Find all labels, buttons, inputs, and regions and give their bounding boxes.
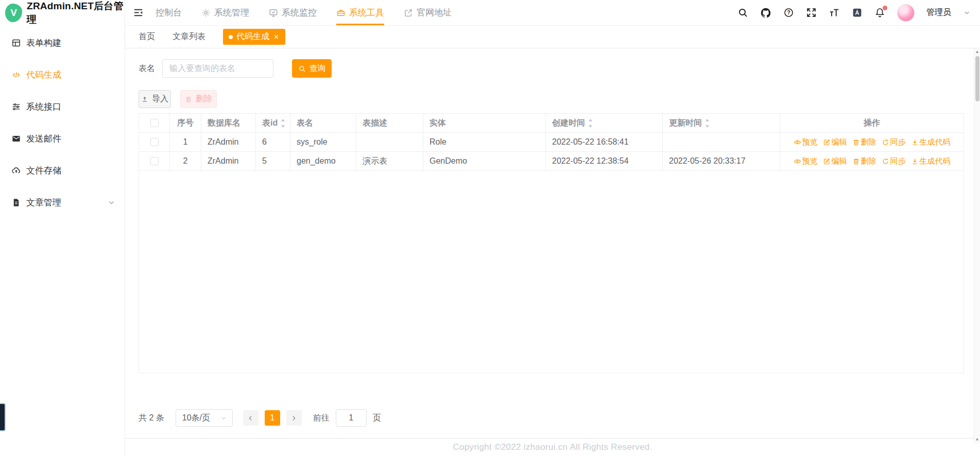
brand[interactable]: V ZRAdmin.NET后台管理 — [0, 0, 125, 26]
generate-code-link[interactable]: 生成代码 — [911, 156, 951, 166]
fullscreen-icon[interactable] — [806, 7, 817, 18]
tab-label: 文章列表 — [173, 31, 205, 42]
cell-entity: Role — [423, 133, 546, 151]
sidebar-item-article-management[interactable]: 文章管理 — [0, 186, 125, 218]
tab-article-list[interactable]: 文章列表 — [173, 31, 205, 42]
sidebar-item-form-builder[interactable]: 表单构建 — [0, 27, 125, 59]
menu-fold-icon[interactable] — [132, 7, 144, 19]
delete-link[interactable]: 删除 — [852, 137, 876, 147]
sort-icon[interactable] — [588, 118, 593, 128]
trash-icon — [852, 138, 860, 146]
chevron-down-icon — [220, 414, 227, 422]
next-page-button[interactable] — [286, 410, 302, 426]
sync-link[interactable]: 同步 — [882, 156, 906, 166]
sidebar-item-code-generation[interactable]: 代码生成 — [0, 59, 125, 91]
query-button[interactable]: 查询 — [292, 59, 332, 78]
nav-item-official-site[interactable]: 官网地址 — [404, 0, 452, 25]
row-checkbox[interactable] — [150, 138, 159, 146]
edit-link[interactable]: 编辑 — [823, 156, 847, 166]
sidebar-menu: 表单构建 代码生成 系统接口 发送邮件 文件存储 文章管理 — [0, 26, 125, 218]
scroll-up-arrow[interactable]: ▲ — [975, 48, 979, 56]
nav-item-console[interactable]: 控制台 — [156, 0, 182, 25]
tab-code-generation[interactable]: 代码生成 — [223, 29, 285, 45]
col-header-updated[interactable]: 更新时间 — [663, 114, 780, 132]
page-number-button[interactable]: 1 — [265, 410, 280, 426]
code-icon — [11, 70, 21, 80]
import-button[interactable]: 导入 — [139, 90, 171, 108]
delete-button[interactable]: 删除 — [180, 90, 217, 108]
cloud-upload-icon — [11, 166, 21, 176]
goto-page-input[interactable] — [336, 409, 367, 427]
cell-seq: 1 — [170, 133, 201, 151]
cell-table-id: 6 — [256, 133, 290, 151]
notifications-bell-icon[interactable] — [874, 7, 885, 18]
chevron-down-icon — [108, 199, 115, 206]
cell-created: 2022-05-22 12:38:54 — [546, 152, 663, 170]
sync-icon — [882, 138, 889, 146]
sidebar-item-file-storage[interactable]: 文件存储 — [0, 154, 125, 186]
avatar[interactable] — [897, 4, 915, 22]
page-size-value: 10条/页 — [182, 413, 210, 424]
navbar-tools: 管理员 — [737, 4, 971, 22]
copyright-text: Copyright ©2022 izhaorui.cn All Rights R… — [453, 442, 652, 452]
sidebar-scrollbar-thumb[interactable] — [0, 403, 6, 431]
cell-created: 2022-05-22 16:58:41 — [546, 133, 663, 151]
sort-icon[interactable] — [705, 118, 710, 128]
nav-item-label: 控制台 — [156, 7, 182, 19]
query-button-label: 查询 — [310, 63, 326, 74]
search-icon — [298, 65, 306, 73]
language-icon[interactable] — [852, 7, 863, 18]
upload-icon — [141, 96, 148, 103]
delete-link[interactable]: 删除 — [852, 156, 876, 166]
page-size-select[interactable]: 10条/页 — [176, 409, 233, 427]
row-checkbox[interactable] — [150, 157, 159, 165]
search-icon[interactable] — [737, 7, 748, 18]
nav-item-system-management[interactable]: 系统管理 — [201, 0, 249, 25]
cell-database: ZrAdmin — [201, 133, 256, 151]
prev-page-button[interactable] — [243, 410, 259, 426]
cell-database: ZrAdmin — [201, 152, 256, 170]
scrollbar-thumb[interactable] — [975, 56, 979, 101]
sliders-icon — [11, 102, 21, 112]
delete-button-label: 删除 — [196, 94, 212, 104]
help-icon[interactable] — [783, 7, 794, 18]
select-all-checkbox[interactable] — [150, 119, 159, 127]
tab-label: 首页 — [139, 31, 155, 42]
chevron-down-icon[interactable] — [963, 9, 971, 16]
close-icon[interactable] — [273, 33, 280, 40]
sidebar-item-label: 文章管理 — [26, 197, 61, 208]
nav-item-system-tools[interactable]: 系统工具 — [336, 0, 384, 25]
app-window: V ZRAdmin.NET后台管理 表单构建 代码生成 系统接口 发送邮件 — [0, 0, 980, 456]
sidebar-item-send-mail[interactable]: 发送邮件 — [0, 122, 125, 154]
import-button-label: 导入 — [152, 94, 168, 104]
sidebar-item-system-api[interactable]: 系统接口 — [0, 91, 125, 122]
col-header-actions: 操作 — [780, 114, 964, 132]
vertical-scrollbar[interactable]: ▲ ▼ — [974, 48, 980, 444]
edit-icon — [823, 138, 831, 146]
font-size-icon[interactable] — [829, 7, 840, 19]
sidebar-item-label: 代码生成 — [26, 69, 61, 81]
preview-link[interactable]: 预览 — [794, 137, 818, 147]
user-name[interactable]: 管理员 — [926, 7, 951, 18]
edit-link[interactable]: 编辑 — [823, 137, 847, 147]
top-menu: 控制台 系统管理 系统监控 系统工具 官网地址 — [156, 0, 452, 25]
col-header-created[interactable]: 创建时间 — [546, 114, 663, 132]
sidebar-item-label: 系统接口 — [26, 101, 61, 113]
scroll-down-arrow[interactable]: ▼ — [975, 436, 979, 444]
nav-item-system-monitor[interactable]: 系统监控 — [269, 0, 317, 25]
tab-home[interactable]: 首页 — [139, 31, 155, 42]
sync-link[interactable]: 同步 — [882, 137, 906, 147]
brand-logo: V — [5, 4, 22, 22]
preview-link[interactable]: 预览 — [794, 156, 818, 166]
github-icon[interactable] — [760, 7, 771, 19]
table-name-input[interactable] — [162, 59, 273, 78]
active-dot — [229, 35, 233, 39]
search-form: 表名 查询 — [139, 59, 980, 78]
generate-code-link[interactable]: 生成代码 — [911, 137, 951, 147]
sort-icon[interactable] — [281, 118, 285, 128]
goto-label: 前往 — [313, 413, 330, 424]
monitor-icon — [269, 8, 278, 17]
col-header-table-id[interactable]: 表id — [256, 114, 290, 132]
table-row: 1 ZrAdmin 6 sys_role Role 2022-05-22 16:… — [139, 133, 964, 152]
toolbar: 导入 删除 — [139, 90, 980, 108]
